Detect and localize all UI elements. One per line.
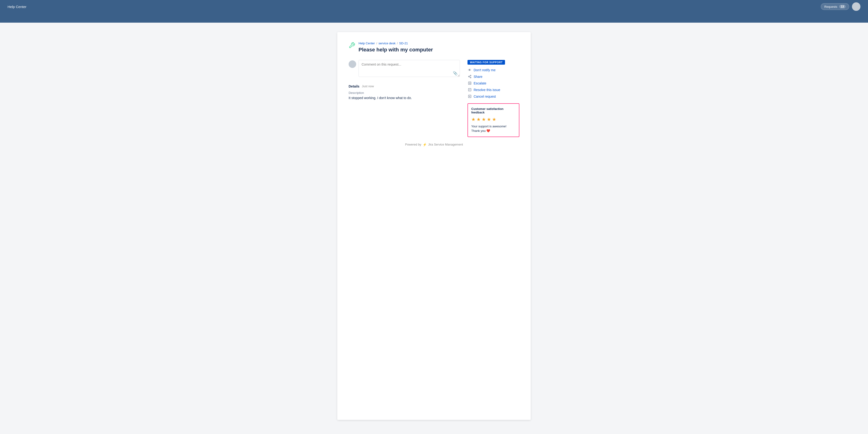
page-header: Help Center / service desk / SD-21 Pleas…	[349, 41, 519, 53]
page-title: Please help with my computer	[359, 46, 433, 53]
action-resolve[interactable]: Resolve this issue	[467, 88, 519, 92]
description-text: It stopped working. I don't know what to…	[349, 96, 460, 100]
star-5[interactable]: ★	[492, 117, 496, 122]
status-badge: WAITING FOR SUPPORT	[467, 60, 505, 65]
cancel-icon	[467, 94, 472, 99]
breadcrumb-sep-2: /	[397, 42, 398, 45]
eye-icon: 👁	[467, 68, 472, 72]
feedback-line1: Your support is awesome!	[471, 124, 516, 129]
topbar: Help Center Requests 13	[0, 0, 868, 13]
main-background: Help Center / service desk / SD-21 Pleas…	[0, 13, 868, 434]
breadcrumb-helpcenter[interactable]: Help Center	[359, 41, 375, 45]
main-card: Help Center / service desk / SD-21 Pleas…	[337, 32, 531, 420]
action-share[interactable]: Share	[467, 74, 519, 79]
feedback-title: Customer satisfaction feedback	[471, 107, 516, 114]
card-wrapper: Help Center / service desk / SD-21 Pleas…	[0, 23, 868, 434]
stars-row: ★ ★ ★ ★ ★	[471, 117, 516, 122]
breadcrumb-servicedesk[interactable]: service desk	[379, 41, 396, 45]
footer: Powered by ⚡ Jira Service Management	[349, 137, 519, 147]
breadcrumb-sep-1: /	[376, 42, 377, 45]
star-1[interactable]: ★	[471, 117, 475, 122]
description-label: Description	[349, 91, 460, 95]
resolve-icon	[467, 88, 472, 92]
comment-input-wrap: 📎	[359, 60, 460, 78]
feedback-line2: Thank you ❤️	[471, 129, 516, 133]
attach-icon[interactable]: 📎	[453, 71, 458, 75]
topbar-right: Requests 13	[821, 2, 861, 11]
page-title-section: Help Center / service desk / SD-21 Pleas…	[359, 41, 433, 53]
powered-by-text: Powered by	[405, 143, 421, 146]
action-cancel-label: Cancel request	[474, 95, 496, 98]
escalate-icon	[467, 81, 472, 85]
right-column: WAITING FOR SUPPORT 👁 Don't notify me	[467, 60, 519, 137]
avatar[interactable]	[852, 2, 861, 11]
details-section: Details Just now Description It stopped …	[349, 85, 460, 100]
action-dont-notify[interactable]: 👁 Don't notify me	[467, 68, 519, 72]
requests-badge: 13	[839, 5, 846, 8]
star-2[interactable]: ★	[476, 117, 481, 122]
share-icon	[467, 74, 472, 79]
svg-line-4	[469, 76, 470, 76]
details-header: Details Just now	[349, 85, 460, 88]
action-dont-notify-label: Don't notify me	[474, 68, 496, 72]
requests-label: Requests	[824, 5, 837, 8]
breadcrumb-ticket[interactable]: SD-21	[399, 41, 408, 45]
breadcrumb: Help Center / service desk / SD-21	[359, 41, 433, 45]
wrench-icon	[349, 42, 355, 50]
left-column: 📎 Details Just now Description It stoppe…	[349, 60, 460, 137]
comment-input[interactable]	[359, 60, 460, 77]
feedback-text: Your support is awesome! Thank you ❤️	[471, 124, 516, 133]
jira-bolt-icon: ⚡	[423, 143, 427, 147]
feedback-box: Customer satisfaction feedback ★ ★ ★ ★ ★…	[467, 103, 519, 137]
action-resolve-label: Resolve this issue	[474, 88, 500, 92]
commenter-avatar	[349, 60, 356, 68]
star-3[interactable]: ★	[482, 117, 486, 122]
topbar-title: Help Center	[7, 5, 26, 9]
action-cancel[interactable]: Cancel request	[467, 94, 519, 99]
details-label: Details	[349, 85, 360, 88]
action-escalate-label: Escalate	[474, 81, 486, 85]
requests-button[interactable]: Requests 13	[821, 3, 849, 10]
star-4[interactable]: ★	[487, 117, 491, 122]
main-content: 📎 Details Just now Description It stoppe…	[349, 60, 519, 137]
comment-area: 📎	[349, 60, 460, 78]
details-time: Just now	[362, 85, 374, 88]
service-name: Jira Service Management	[428, 143, 463, 146]
action-escalate[interactable]: Escalate	[467, 81, 519, 85]
svg-line-3	[469, 77, 470, 78]
action-share-label: Share	[474, 75, 483, 79]
